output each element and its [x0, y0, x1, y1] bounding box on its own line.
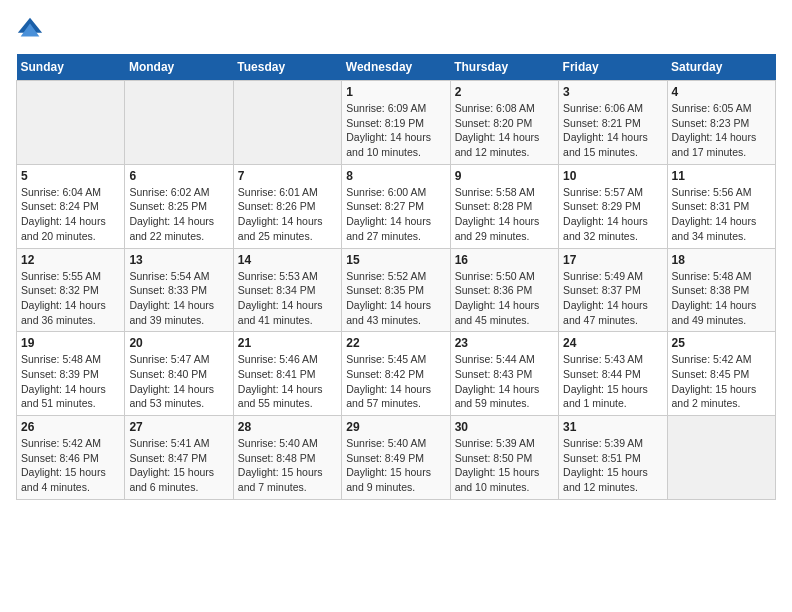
calendar-cell: 17Sunrise: 5:49 AM Sunset: 8:37 PM Dayli… [559, 248, 667, 332]
day-info: Sunrise: 6:06 AM Sunset: 8:21 PM Dayligh… [563, 101, 662, 160]
day-info: Sunrise: 6:02 AM Sunset: 8:25 PM Dayligh… [129, 185, 228, 244]
calendar-cell: 28Sunrise: 5:40 AM Sunset: 8:48 PM Dayli… [233, 416, 341, 500]
day-info: Sunrise: 5:58 AM Sunset: 8:28 PM Dayligh… [455, 185, 554, 244]
day-number: 20 [129, 336, 228, 350]
calendar-cell: 29Sunrise: 5:40 AM Sunset: 8:49 PM Dayli… [342, 416, 450, 500]
calendar-cell: 23Sunrise: 5:44 AM Sunset: 8:43 PM Dayli… [450, 332, 558, 416]
calendar-header-row: SundayMondayTuesdayWednesdayThursdayFrid… [17, 54, 776, 81]
calendar-cell: 2Sunrise: 6:08 AM Sunset: 8:20 PM Daylig… [450, 81, 558, 165]
day-info: Sunrise: 6:05 AM Sunset: 8:23 PM Dayligh… [672, 101, 771, 160]
day-number: 16 [455, 253, 554, 267]
calendar-cell: 11Sunrise: 5:56 AM Sunset: 8:31 PM Dayli… [667, 164, 775, 248]
calendar-cell: 13Sunrise: 5:54 AM Sunset: 8:33 PM Dayli… [125, 248, 233, 332]
calendar-cell: 16Sunrise: 5:50 AM Sunset: 8:36 PM Dayli… [450, 248, 558, 332]
day-info: Sunrise: 5:40 AM Sunset: 8:48 PM Dayligh… [238, 436, 337, 495]
calendar-cell: 5Sunrise: 6:04 AM Sunset: 8:24 PM Daylig… [17, 164, 125, 248]
day-info: Sunrise: 5:55 AM Sunset: 8:32 PM Dayligh… [21, 269, 120, 328]
day-number: 30 [455, 420, 554, 434]
calendar-cell: 21Sunrise: 5:46 AM Sunset: 8:41 PM Dayli… [233, 332, 341, 416]
calendar-week-row: 5Sunrise: 6:04 AM Sunset: 8:24 PM Daylig… [17, 164, 776, 248]
day-number: 6 [129, 169, 228, 183]
calendar-cell: 1Sunrise: 6:09 AM Sunset: 8:19 PM Daylig… [342, 81, 450, 165]
calendar-cell: 26Sunrise: 5:42 AM Sunset: 8:46 PM Dayli… [17, 416, 125, 500]
calendar-cell: 12Sunrise: 5:55 AM Sunset: 8:32 PM Dayli… [17, 248, 125, 332]
calendar-week-row: 12Sunrise: 5:55 AM Sunset: 8:32 PM Dayli… [17, 248, 776, 332]
day-header-sunday: Sunday [17, 54, 125, 81]
day-info: Sunrise: 5:41 AM Sunset: 8:47 PM Dayligh… [129, 436, 228, 495]
calendar-cell: 18Sunrise: 5:48 AM Sunset: 8:38 PM Dayli… [667, 248, 775, 332]
day-number: 1 [346, 85, 445, 99]
day-info: Sunrise: 5:42 AM Sunset: 8:46 PM Dayligh… [21, 436, 120, 495]
day-info: Sunrise: 5:39 AM Sunset: 8:51 PM Dayligh… [563, 436, 662, 495]
day-number: 31 [563, 420, 662, 434]
day-number: 12 [21, 253, 120, 267]
calendar-cell: 14Sunrise: 5:53 AM Sunset: 8:34 PM Dayli… [233, 248, 341, 332]
calendar-cell: 19Sunrise: 5:48 AM Sunset: 8:39 PM Dayli… [17, 332, 125, 416]
day-header-thursday: Thursday [450, 54, 558, 81]
day-info: Sunrise: 5:53 AM Sunset: 8:34 PM Dayligh… [238, 269, 337, 328]
day-info: Sunrise: 5:42 AM Sunset: 8:45 PM Dayligh… [672, 352, 771, 411]
calendar-cell: 4Sunrise: 6:05 AM Sunset: 8:23 PM Daylig… [667, 81, 775, 165]
day-info: Sunrise: 5:43 AM Sunset: 8:44 PM Dayligh… [563, 352, 662, 411]
day-number: 3 [563, 85, 662, 99]
day-number: 2 [455, 85, 554, 99]
day-number: 29 [346, 420, 445, 434]
calendar-cell: 7Sunrise: 6:01 AM Sunset: 8:26 PM Daylig… [233, 164, 341, 248]
day-number: 26 [21, 420, 120, 434]
day-info: Sunrise: 5:40 AM Sunset: 8:49 PM Dayligh… [346, 436, 445, 495]
day-number: 28 [238, 420, 337, 434]
calendar-cell: 22Sunrise: 5:45 AM Sunset: 8:42 PM Dayli… [342, 332, 450, 416]
page-header [16, 16, 776, 44]
day-number: 17 [563, 253, 662, 267]
day-info: Sunrise: 5:45 AM Sunset: 8:42 PM Dayligh… [346, 352, 445, 411]
day-number: 11 [672, 169, 771, 183]
day-info: Sunrise: 5:49 AM Sunset: 8:37 PM Dayligh… [563, 269, 662, 328]
day-header-saturday: Saturday [667, 54, 775, 81]
day-number: 22 [346, 336, 445, 350]
day-info: Sunrise: 6:00 AM Sunset: 8:27 PM Dayligh… [346, 185, 445, 244]
calendar-cell: 30Sunrise: 5:39 AM Sunset: 8:50 PM Dayli… [450, 416, 558, 500]
day-info: Sunrise: 5:48 AM Sunset: 8:39 PM Dayligh… [21, 352, 120, 411]
day-number: 5 [21, 169, 120, 183]
calendar-cell: 24Sunrise: 5:43 AM Sunset: 8:44 PM Dayli… [559, 332, 667, 416]
day-number: 7 [238, 169, 337, 183]
day-number: 23 [455, 336, 554, 350]
calendar-cell: 15Sunrise: 5:52 AM Sunset: 8:35 PM Dayli… [342, 248, 450, 332]
day-info: Sunrise: 6:04 AM Sunset: 8:24 PM Dayligh… [21, 185, 120, 244]
day-number: 25 [672, 336, 771, 350]
day-header-wednesday: Wednesday [342, 54, 450, 81]
calendar-cell: 31Sunrise: 5:39 AM Sunset: 8:51 PM Dayli… [559, 416, 667, 500]
calendar-cell: 25Sunrise: 5:42 AM Sunset: 8:45 PM Dayli… [667, 332, 775, 416]
day-number: 21 [238, 336, 337, 350]
calendar-week-row: 19Sunrise: 5:48 AM Sunset: 8:39 PM Dayli… [17, 332, 776, 416]
day-info: Sunrise: 5:48 AM Sunset: 8:38 PM Dayligh… [672, 269, 771, 328]
calendar-cell: 20Sunrise: 5:47 AM Sunset: 8:40 PM Dayli… [125, 332, 233, 416]
day-number: 13 [129, 253, 228, 267]
day-number: 19 [21, 336, 120, 350]
calendar-cell: 3Sunrise: 6:06 AM Sunset: 8:21 PM Daylig… [559, 81, 667, 165]
calendar-week-row: 1Sunrise: 6:09 AM Sunset: 8:19 PM Daylig… [17, 81, 776, 165]
day-info: Sunrise: 6:01 AM Sunset: 8:26 PM Dayligh… [238, 185, 337, 244]
calendar-cell: 6Sunrise: 6:02 AM Sunset: 8:25 PM Daylig… [125, 164, 233, 248]
day-number: 24 [563, 336, 662, 350]
day-number: 27 [129, 420, 228, 434]
calendar-week-row: 26Sunrise: 5:42 AM Sunset: 8:46 PM Dayli… [17, 416, 776, 500]
day-info: Sunrise: 5:57 AM Sunset: 8:29 PM Dayligh… [563, 185, 662, 244]
day-info: Sunrise: 5:54 AM Sunset: 8:33 PM Dayligh… [129, 269, 228, 328]
day-info: Sunrise: 5:46 AM Sunset: 8:41 PM Dayligh… [238, 352, 337, 411]
calendar-cell: 27Sunrise: 5:41 AM Sunset: 8:47 PM Dayli… [125, 416, 233, 500]
calendar-cell: 9Sunrise: 5:58 AM Sunset: 8:28 PM Daylig… [450, 164, 558, 248]
logo-icon [16, 16, 44, 44]
day-info: Sunrise: 6:09 AM Sunset: 8:19 PM Dayligh… [346, 101, 445, 160]
logo [16, 16, 48, 44]
day-number: 8 [346, 169, 445, 183]
calendar-cell [125, 81, 233, 165]
day-info: Sunrise: 6:08 AM Sunset: 8:20 PM Dayligh… [455, 101, 554, 160]
day-info: Sunrise: 5:50 AM Sunset: 8:36 PM Dayligh… [455, 269, 554, 328]
day-number: 4 [672, 85, 771, 99]
day-header-tuesday: Tuesday [233, 54, 341, 81]
day-info: Sunrise: 5:39 AM Sunset: 8:50 PM Dayligh… [455, 436, 554, 495]
day-header-monday: Monday [125, 54, 233, 81]
calendar-table: SundayMondayTuesdayWednesdayThursdayFrid… [16, 54, 776, 500]
calendar-cell [17, 81, 125, 165]
